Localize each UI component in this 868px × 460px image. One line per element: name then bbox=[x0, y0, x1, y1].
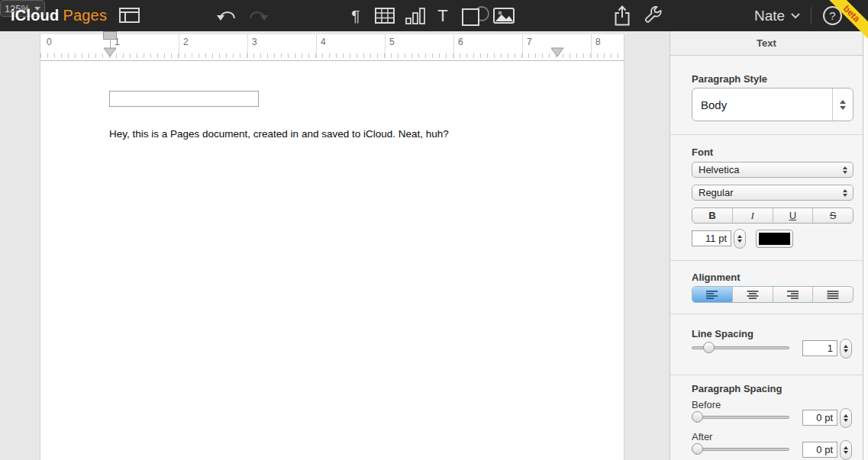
align-justify-icon bbox=[827, 291, 839, 299]
spacing-after-label: After bbox=[692, 431, 712, 442]
empty-text-box[interactable] bbox=[109, 91, 259, 107]
spacing-after-stepper[interactable] bbox=[840, 440, 852, 460]
align-justify-button[interactable] bbox=[812, 287, 853, 302]
paragraph-spacing-label: Paragraph Spacing bbox=[692, 383, 782, 394]
chart-icon bbox=[405, 8, 425, 24]
ruler-number: 3 bbox=[252, 37, 257, 47]
view-panels-button[interactable] bbox=[119, 8, 140, 26]
sidebar-scrollbar[interactable] bbox=[863, 31, 868, 460]
ruler-number: 2 bbox=[183, 37, 189, 47]
share-button[interactable] bbox=[615, 5, 630, 29]
brand-icloud: iCloud bbox=[11, 7, 59, 24]
font-style-value: Regular bbox=[692, 187, 837, 198]
line-spacing-label: Line Spacing bbox=[692, 328, 753, 339]
arrow-up-icon bbox=[843, 189, 847, 192]
ruler-number: 6 bbox=[458, 37, 463, 47]
tools-button[interactable] bbox=[644, 6, 663, 28]
align-center-button[interactable] bbox=[732, 287, 773, 302]
arrow-up-icon bbox=[840, 100, 846, 104]
arrow-down-icon bbox=[844, 419, 848, 422]
document-canvas[interactable]: 0 1 2 3 4 5 6 7 8 Hey, this is a Pages d… bbox=[0, 31, 670, 460]
line-spacing-stepper[interactable] bbox=[840, 339, 852, 359]
font-style-stepper[interactable] bbox=[837, 189, 853, 197]
help-button[interactable]: ? bbox=[823, 6, 842, 25]
font-style-select[interactable]: Regular bbox=[692, 185, 853, 201]
underline-button[interactable]: U bbox=[773, 208, 813, 223]
font-trait-group: B I U S bbox=[692, 207, 853, 224]
arrow-up-icon bbox=[844, 414, 848, 417]
section-divider bbox=[670, 260, 863, 261]
font-family-value: Helvetica bbox=[692, 164, 837, 175]
paragraph-marks-button[interactable]: ¶ bbox=[347, 0, 364, 31]
bold-button[interactable]: B bbox=[692, 208, 732, 223]
align-center-icon bbox=[747, 291, 759, 299]
horizontal-ruler[interactable]: 0 1 2 3 4 5 6 7 8 bbox=[40, 34, 624, 61]
insert-chart-button[interactable] bbox=[404, 0, 427, 31]
section-divider bbox=[670, 314, 863, 314]
font-family-stepper[interactable] bbox=[837, 166, 853, 174]
spacing-before-slider[interactable] bbox=[692, 416, 789, 419]
ruler-number: 0 bbox=[47, 37, 52, 47]
arrow-down-icon bbox=[840, 106, 846, 110]
font-size-stepper[interactable] bbox=[734, 229, 746, 249]
align-right-button[interactable] bbox=[773, 287, 813, 302]
undo-button[interactable] bbox=[217, 8, 238, 25]
align-left-button[interactable] bbox=[692, 287, 732, 302]
arrow-up-icon bbox=[737, 235, 742, 238]
document-page[interactable]: 0 1 2 3 4 5 6 7 8 Hey, this is a Pages d… bbox=[40, 34, 624, 460]
tab-stop-marker[interactable] bbox=[103, 31, 117, 40]
spacing-after-knob[interactable] bbox=[692, 443, 703, 455]
brand-pages: Pages bbox=[63, 7, 107, 24]
arrow-up-icon bbox=[844, 446, 848, 449]
arrow-up-icon bbox=[843, 166, 847, 169]
paragraph-style-stepper[interactable] bbox=[832, 88, 853, 121]
ruler-number: 8 bbox=[595, 37, 601, 47]
align-right-icon bbox=[786, 291, 799, 299]
insert-table-button[interactable] bbox=[374, 0, 395, 31]
ruler-number: 4 bbox=[321, 37, 326, 47]
toolbar: iCloudPages 125% ¶ bbox=[0, 0, 868, 31]
sidebar-title: Text bbox=[670, 31, 863, 56]
font-color-well[interactable] bbox=[756, 230, 793, 248]
insert-shape-button[interactable] bbox=[461, 0, 492, 31]
chevron-down-icon bbox=[791, 13, 800, 19]
first-line-indent-marker[interactable] bbox=[103, 47, 117, 57]
alignment-group bbox=[692, 286, 853, 303]
insert-media-button[interactable] bbox=[492, 0, 515, 31]
font-family-select[interactable]: Helvetica bbox=[692, 162, 853, 178]
paragraph-style-label: Paragraph Style bbox=[692, 73, 767, 85]
section-divider bbox=[670, 134, 863, 135]
panels-icon bbox=[119, 8, 140, 23]
table-icon bbox=[375, 8, 395, 24]
line-spacing-knob[interactable] bbox=[703, 342, 715, 353]
spacing-before-knob[interactable] bbox=[692, 411, 703, 423]
spacing-after-slider[interactable] bbox=[692, 448, 789, 451]
question-mark-icon: ? bbox=[829, 9, 835, 22]
alignment-label: Alignment bbox=[692, 272, 741, 283]
redo-button[interactable] bbox=[247, 8, 268, 25]
font-size-input[interactable]: 11 pt bbox=[692, 230, 731, 246]
paragraph-style-select[interactable]: Body bbox=[692, 88, 853, 121]
wrench-icon bbox=[644, 6, 663, 25]
paragraph-style-value: Body bbox=[692, 98, 832, 111]
document-body-text[interactable]: Hey, this is a Pages document, created i… bbox=[109, 128, 449, 140]
spacing-before-stepper[interactable] bbox=[840, 408, 852, 428]
font-color-swatch bbox=[759, 233, 790, 245]
line-spacing-slider[interactable] bbox=[692, 346, 789, 349]
ruler-ticks bbox=[40, 53, 622, 58]
italic-button[interactable]: I bbox=[732, 208, 773, 223]
strikethrough-button[interactable]: S bbox=[812, 208, 853, 223]
arrow-up-icon bbox=[844, 345, 848, 348]
arrow-down-icon bbox=[843, 194, 847, 197]
spacing-before-input[interactable]: 0 pt bbox=[802, 410, 837, 426]
right-indent-marker[interactable] bbox=[550, 47, 564, 57]
spacing-after-input[interactable]: 0 pt bbox=[802, 442, 837, 458]
undo-icon bbox=[217, 8, 238, 22]
ruler-number: 7 bbox=[527, 37, 532, 47]
font-label: Font bbox=[692, 146, 713, 158]
ruler-number: 5 bbox=[389, 37, 395, 47]
line-spacing-input[interactable]: 1 bbox=[802, 340, 837, 356]
app-brand: iCloudPages bbox=[11, 0, 107, 31]
user-menu[interactable]: Nate bbox=[754, 0, 800, 31]
insert-text-button[interactable]: T bbox=[433, 0, 453, 31]
